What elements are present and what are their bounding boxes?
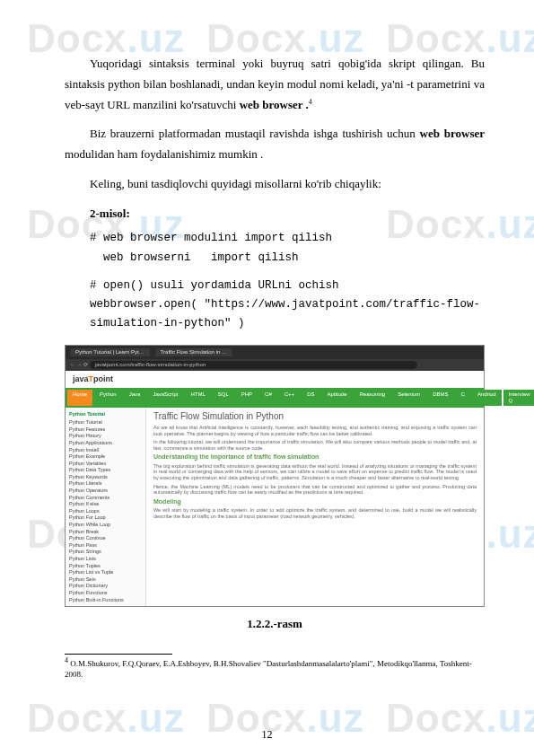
nav-item: DBMS	[427, 390, 453, 406]
sidebar-item: Python Example	[69, 453, 142, 461]
article-paragraph: We will start by modeling a traffic syst…	[153, 507, 477, 519]
example-label: 2-misol:	[90, 204, 485, 224]
sidebar-item: Python Strings	[69, 549, 142, 556]
article-paragraph: The big exploration behind traffic simul…	[153, 463, 477, 481]
paragraph-3: Keling, buni tasdiqlovchi quyidagi misol…	[65, 174, 485, 195]
sidebar-item: Python Variables	[69, 460, 142, 467]
site-body: Python Tutorial Python Tutorial Python F…	[66, 408, 484, 606]
footnote-ref: 4	[309, 97, 312, 105]
sidebar-item: Python Operators	[69, 488, 142, 495]
footnote-separator	[65, 654, 172, 655]
footnote-text: O.M.Shukurov, F.Q.Qoraev, E.A.Eshboyev, …	[65, 659, 472, 679]
nav-item: JavaScript	[147, 390, 183, 406]
nav-item: SQL	[213, 390, 234, 406]
article-title: Traffic Flow Simulation in Python	[153, 411, 477, 422]
nav-item: DS	[302, 390, 320, 406]
nav-item: Aptitude	[321, 390, 352, 406]
code-block-2: # open() usuli yordamida URLni ochish we…	[90, 277, 485, 334]
sidebar-item: Python Tuples	[69, 562, 142, 569]
sidebar-item: Python List vs Tuple	[69, 569, 142, 576]
sidebar-item: Python Dictionary	[69, 583, 142, 590]
sidebar-item: Python While Loop	[69, 522, 142, 529]
sidebar-item: Python Keywords	[69, 473, 142, 480]
sidebar-item: Python Loops	[69, 507, 142, 514]
footnote: 4 O.M.Shukurov, F.Q.Qoraev, E.A.Eshboyev…	[65, 656, 485, 680]
sidebar-item: Python For Loop	[69, 514, 142, 522]
logo-text: java	[73, 374, 89, 383]
paragraph-2: Biz brauzerni platformadan mustaqil ravi…	[65, 124, 485, 165]
sidebar-item: Python Lists	[69, 556, 142, 563]
nav-item: C++	[279, 390, 300, 406]
sidebar-header: Python Tutorial	[69, 410, 142, 418]
sidebar-item: Python Tutorial	[69, 419, 142, 426]
page-content: Yuqoridagi sintaksis terminal yoki buyru…	[0, 0, 534, 708]
text: modulidan ham foydalanishimiz mumkin .	[65, 147, 263, 161]
article-paragraph: Hence, the Machine Learning (ML) models …	[153, 484, 477, 496]
url-input: javatpoint.com/traffic-flow-simulation-i…	[90, 361, 417, 369]
nav-item: Reasoning	[355, 390, 391, 406]
sidebar-item: Python Features	[69, 426, 142, 433]
sidebar-item: Python Data Types	[69, 467, 142, 474]
article-paragraph: In the following tutorial, we will under…	[153, 439, 477, 451]
bold-term: web browser	[420, 127, 485, 140]
nav-item: Home	[67, 390, 92, 406]
sidebar-item: Python Install	[69, 446, 142, 453]
sidebar-item: Python Sets	[69, 576, 142, 583]
site-logo: javaTpoint	[66, 371, 484, 388]
nav-item: HTML	[185, 390, 210, 406]
sidebar-item: Python Break	[69, 528, 142, 535]
nav-item: PHP	[236, 390, 258, 406]
figure-caption: 1.2.2.-rasm	[65, 614, 485, 635]
article-subheading: Modeling	[153, 498, 477, 505]
nav-item: Interview Q	[503, 390, 534, 406]
sidebar-item: Python Applications	[69, 439, 142, 446]
logo-text: point	[93, 374, 113, 383]
sidebar-item: Python Comments	[69, 494, 142, 501]
article-main: Traffic Flow Simulation in Python As we …	[146, 408, 484, 606]
sidebar-item: Python Functions	[69, 589, 142, 596]
browser-screenshot: Python Tutorial | Learn Pyt… Traffic Flo…	[65, 345, 485, 607]
address-bar: ← → ⟳ javatpoint.com/traffic-flow-simula…	[66, 359, 484, 371]
nav-item: C	[456, 390, 470, 406]
site-nav: Home Python Java JavaScript HTML SQL PHP…	[66, 388, 484, 408]
sidebar-item: Python Continue	[69, 535, 142, 542]
nav-item: Selenium	[392, 390, 425, 406]
article-paragraph: As we all know that Artificial Intellige…	[153, 425, 477, 436]
site-sidebar: Python Tutorial Python Tutorial Python F…	[66, 408, 146, 606]
code-block-1: # web browser modulini import qilish web…	[90, 229, 485, 268]
sidebar-item: Python Built-in Functions	[69, 596, 142, 603]
bold-term: web browser .	[240, 98, 309, 111]
nav-item: Java	[124, 390, 146, 406]
sidebar-item: Python If else	[69, 501, 142, 508]
article-subheading: Understanding the Importance of traffic …	[153, 453, 477, 461]
sidebar-item: Python History	[69, 433, 142, 440]
nav-item: C#	[259, 390, 277, 406]
paragraph-1: Yuqoridagi sintaksis terminal yoki buyru…	[65, 54, 485, 115]
nav-item: Andriod	[472, 390, 502, 406]
browser-tab-bar: Python Tutorial | Learn Pyt… Traffic Flo…	[66, 346, 484, 359]
sidebar-item: Python Literals	[69, 480, 142, 488]
sidebar-item: Python Pass	[69, 541, 142, 549]
page-number: 12	[0, 728, 534, 742]
browser-tab: Python Tutorial | Learn Pyt…	[70, 348, 150, 356]
browser-tab: Traffic Flow Simulation in …	[155, 348, 232, 356]
text: Biz brauzerni platformadan mustaqil ravi…	[90, 127, 420, 140]
nav-item: Python	[94, 390, 122, 406]
